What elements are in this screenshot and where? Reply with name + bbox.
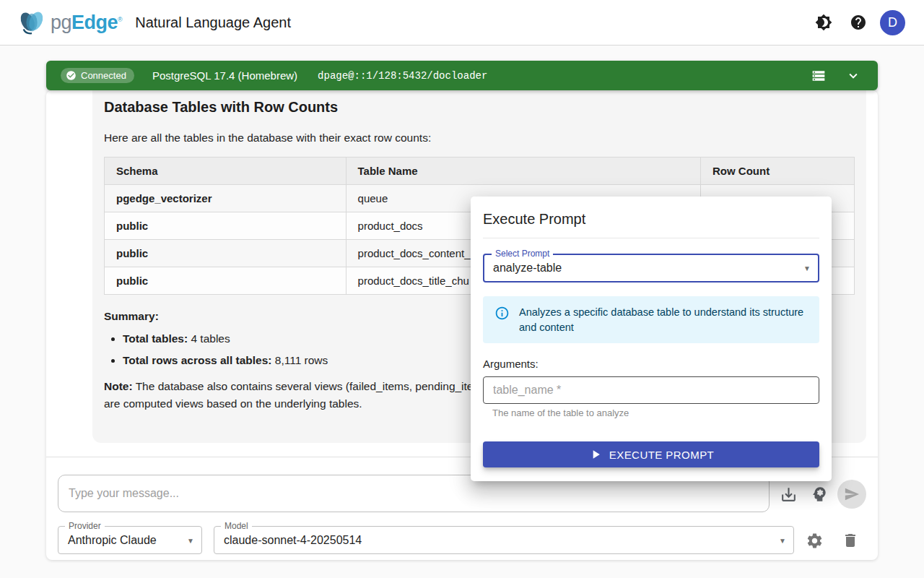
provider-select-label: Provider [65,521,105,531]
trash-icon [842,532,859,549]
model-select[interactable]: Model claude-sonnet-4-20250514 ▼ [214,526,794,554]
download-button[interactable] [775,481,801,507]
connection-list-button[interactable] [808,66,829,86]
connection-status-label: Connected [81,70,126,81]
psychology-icon [810,485,829,504]
info-icon [494,306,510,321]
column-header-schema: Schema [105,158,346,185]
note-label: Note: [104,380,133,392]
storage-icon [811,69,826,83]
send-button[interactable] [837,480,866,509]
pgedge-logo-icon [16,9,49,36]
execute-prompt-button-label: Execute Prompt [609,449,714,461]
server-version: PostgreSQL 17.4 (Homebrew) [152,69,297,82]
bullet-value: 8,111 rows [271,354,328,366]
download-icon [780,486,798,504]
model-select-label: Model [221,521,252,531]
reasoning-button[interactable] [806,481,832,507]
bullet-value: 4 tables [188,332,230,345]
pgedge-logo: pgEdge® [16,9,122,36]
bullet-label: Total rows across all tables: [123,354,271,366]
prompt-description-alert: Analyzes a specific database table to un… [483,296,819,343]
connection-collapse-button[interactable] [843,66,863,86]
argument-helper-text: The name of the table to analyze [492,407,819,418]
cell-schema: public [105,267,346,295]
connection-string: dpage@::1/128:5432/docloader [318,70,487,82]
help-button[interactable] [845,9,871,35]
cell-schema: public [105,240,346,267]
prompt-select-label: Select Prompt [492,249,553,259]
clear-chat-button[interactable] [837,527,863,553]
page-title: Natural Language Agent [135,14,291,31]
table-name-input[interactable] [483,376,819,404]
dropdown-arrow-icon: ▼ [803,264,811,272]
gear-icon [806,532,824,550]
bullet-label: Total tables: [123,332,188,345]
settings-button[interactable] [801,527,827,553]
play-icon [588,447,603,462]
dialog-divider [483,238,819,238]
connection-actions [808,66,863,86]
cell-schema: public [105,212,346,240]
table-header-row: Schema Table Name Row Count [105,158,855,185]
prompt-select-value: analyze-table [484,255,818,281]
dark-mode-icon [815,14,832,31]
prompt-description-text: Analyzes a specific database table to un… [519,305,805,335]
dialog-title: Execute Prompt [483,211,819,228]
column-header-row-count: Row Count [700,158,854,185]
model-select-value: claude-sonnet-4-20250514 [214,527,793,553]
message-heading: Database Tables with Row Counts [104,99,855,116]
message-intro: Here are all the tables in the database … [104,131,855,144]
help-icon [850,14,867,31]
dropdown-arrow-icon: ▼ [779,536,786,544]
user-avatar[interactable]: D [880,10,905,35]
check-circle-icon [66,70,77,81]
connection-bar: Connected PostgreSQL 17.4 (Homebrew) dpa… [46,61,878,90]
prompt-select[interactable]: Select Prompt analyze-table ▼ [483,254,819,282]
send-icon [844,486,860,502]
dropdown-arrow-icon: ▼ [187,536,194,544]
app-header: pgEdge® Natural Language Agent D [0,0,924,46]
note-line2: are computed views based on the underlyi… [104,397,362,410]
execute-prompt-button[interactable]: Execute Prompt [483,441,819,467]
pgedge-logo-text: pgEdge® [51,12,122,34]
chevron-down-icon [845,68,861,84]
column-header-table-name: Table Name [346,158,700,185]
provider-select[interactable]: Provider Anthropic Claude ▼ [58,526,202,554]
theme-toggle-button[interactable] [811,9,837,35]
header-actions: D [811,9,905,35]
arguments-label: Arguments: [483,358,819,370]
connection-status-badge: Connected [61,68,134,83]
execute-prompt-dialog: Execute Prompt Select Prompt analyze-tab… [471,197,832,481]
cell-schema: pgedge_vectorizer [105,185,346,212]
